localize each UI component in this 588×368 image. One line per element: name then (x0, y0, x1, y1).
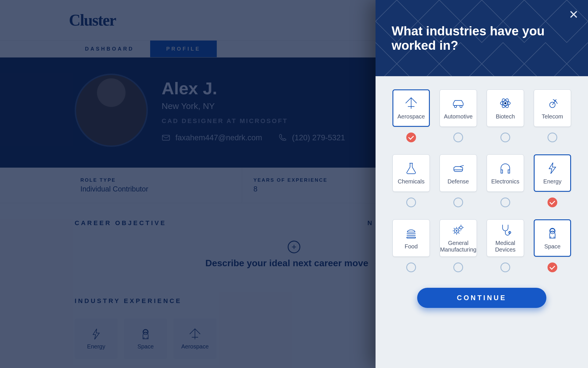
industry-label: General Manufacturing (440, 240, 477, 253)
industry-label: Telecom (542, 113, 563, 120)
industry-card[interactable]: Aerospace (392, 89, 430, 127)
industry-option[interactable]: Space (533, 219, 572, 272)
industry-card[interactable]: Chemicals (392, 154, 430, 192)
industry-label: Chemicals (398, 178, 424, 185)
industry-card[interactable]: Defense (440, 154, 477, 192)
industry-card[interactable]: Telecom (534, 89, 571, 127)
burger-icon (405, 227, 418, 240)
close-icon (569, 10, 578, 19)
industry-label: Defense (448, 178, 469, 185)
industry-card[interactable]: Medical Devices (487, 219, 524, 257)
industry-label: Space (544, 243, 561, 250)
gears-icon (452, 223, 465, 236)
industry-card[interactable]: Biotech (487, 89, 524, 127)
satellite-icon (546, 97, 559, 110)
industry-checkbox[interactable] (406, 198, 416, 207)
plane-icon (405, 97, 418, 110)
industry-checkbox[interactable] (500, 133, 510, 142)
industry-label: Automotive (444, 113, 473, 120)
bolt-icon (546, 162, 559, 175)
industry-option[interactable]: Telecom (533, 89, 572, 142)
industry-checkbox[interactable] (406, 262, 416, 272)
industry-card[interactable]: Food (392, 219, 430, 257)
astronaut-icon (546, 227, 559, 240)
industry-label: Medical Devices (489, 240, 522, 253)
industry-checkbox[interactable] (453, 262, 463, 272)
industry-option[interactable]: Energy (533, 154, 572, 207)
industry-card[interactable]: Space (534, 219, 571, 257)
drawer-header: What industries have you worked in? (376, 0, 588, 76)
industry-checkbox[interactable] (453, 198, 463, 207)
stethoscope-icon (499, 223, 512, 236)
industry-option[interactable]: General Manufacturing (439, 219, 478, 272)
flask-icon (405, 162, 418, 175)
industry-checkbox[interactable] (500, 198, 510, 207)
drawer-title: What industries have you worked in? (392, 24, 572, 53)
industry-option[interactable]: Medical Devices (486, 219, 525, 272)
industry-label: Energy (543, 178, 561, 185)
industry-checkbox[interactable] (406, 133, 416, 142)
industry-checkbox[interactable] (548, 198, 557, 207)
industry-drawer: What industries have you worked in? Aero… (376, 0, 588, 368)
atom-icon (499, 97, 512, 110)
industry-checkbox[interactable] (548, 133, 557, 142)
industry-option[interactable]: Automotive (439, 89, 478, 142)
industry-option[interactable]: Defense (439, 154, 478, 207)
industry-label: Biotech (496, 113, 515, 120)
industry-card[interactable]: Automotive (440, 89, 477, 127)
close-button[interactable] (568, 9, 579, 20)
continue-button[interactable]: CONTINUE (417, 288, 546, 308)
tank-icon (452, 162, 465, 175)
car-icon (452, 97, 465, 110)
industry-checkbox[interactable] (548, 262, 557, 272)
industry-option[interactable]: Chemicals (392, 154, 431, 207)
industry-option[interactable]: Biotech (486, 89, 525, 142)
industry-label: Food (405, 243, 418, 250)
industry-label: Aerospace (397, 113, 425, 120)
industry-card[interactable]: Energy (534, 154, 571, 192)
industry-checkbox[interactable] (453, 133, 463, 142)
industry-option[interactable]: Aerospace (392, 89, 431, 142)
industry-grid: AerospaceAutomotiveBiotechTelecomChemica… (392, 89, 572, 272)
industry-checkbox[interactable] (500, 262, 510, 272)
headphones-icon (499, 162, 512, 175)
industry-card[interactable]: Electronics (487, 154, 524, 192)
industry-option[interactable]: Food (392, 219, 431, 272)
industry-option[interactable]: Electronics (486, 154, 525, 207)
industry-card[interactable]: General Manufacturing (440, 219, 477, 257)
industry-label: Electronics (491, 178, 519, 185)
